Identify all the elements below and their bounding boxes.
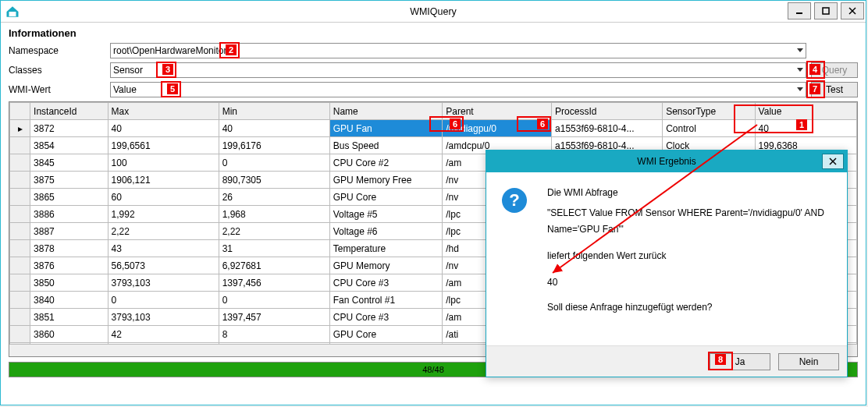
cell-name[interactable]: CPU Core #2 [329,154,443,172]
row-namespace: Namespace 2 [9,42,858,59]
cell-parent[interactable]: /nvidiagpu/0 [443,120,552,137]
cell-min[interactable]: 8 [219,326,329,343]
row-header[interactable] [10,223,30,240]
cell-min[interactable]: 199,6176 [219,137,329,154]
progress-label: 48/48 [422,363,444,377]
namespace-input[interactable] [110,43,806,58]
cell-instanceid[interactable]: 3887 [30,223,108,240]
cell-min[interactable]: 1397,456 [219,274,329,292]
cell-name[interactable]: Voltage #5 [329,206,443,223]
label-wmiwert: WMI-Wert [9,84,110,95]
cell-max[interactable]: 40 [108,120,219,137]
close-button[interactable] [841,2,864,19]
dialog-title: WMI Ergebnis [637,156,695,167]
dialog-question: Soll diese Anfrage hinzugefügt werden? [547,302,834,313]
titlebar: WMIQuery [1,1,866,23]
cell-name[interactable]: GPU Core [329,326,443,343]
cell-name[interactable]: CPU Core #3 [329,309,443,326]
cell-min[interactable]: 1397,457 [219,309,329,326]
cell-instanceid[interactable]: 3854 [30,137,108,154]
cell-name[interactable]: Temperature [329,240,443,257]
cell-name[interactable]: Fan Control #1 [329,292,443,309]
col-header[interactable]: SensorType [663,103,755,120]
row-header[interactable] [10,206,30,223]
cell-min[interactable]: 1,968 [219,206,329,223]
cell-min[interactable]: 0 [219,154,329,172]
table-row[interactable]: ▸38724040GPU Fan/nvidiagpu/0a1553f69-681… [10,120,857,137]
classes-input[interactable] [110,62,806,78]
row-header[interactable] [10,137,30,154]
cell-instanceid[interactable]: 3850 [30,274,108,292]
cell-max[interactable]: 60 [108,189,219,206]
col-header[interactable]: ProcessId [552,103,663,120]
col-header[interactable]: Max [108,103,219,120]
window-title: WMIQuery [1,6,866,17]
cell-instanceid[interactable]: 3876 [30,257,108,274]
cell-min[interactable]: 0 [219,292,329,309]
row-header[interactable] [10,274,30,292]
col-header[interactable]: Name [329,103,443,120]
cell-max[interactable]: 199,6561 [108,137,219,154]
cell-max[interactable]: 1,992 [108,206,219,223]
cell-instanceid[interactable]: 3860 [30,326,108,343]
row-header[interactable] [10,326,30,343]
col-header[interactable]: Parent [443,103,552,120]
cell-max[interactable]: 3793,103 [108,274,219,292]
yes-button[interactable]: Ja [710,353,770,370]
row-header[interactable] [10,292,30,309]
row-header[interactable] [10,154,30,172]
row-header[interactable] [10,189,30,206]
wmiwert-input[interactable] [110,82,806,97]
no-button[interactable]: Nein [778,353,839,370]
row-header[interactable] [10,240,30,257]
query-button[interactable]: Query [811,62,858,78]
col-header[interactable]: InstanceId [30,103,108,120]
cell-max[interactable]: 0 [108,292,219,309]
cell-instanceid[interactable]: 3845 [30,154,108,172]
cell-max[interactable]: 43 [108,240,219,257]
cell-min[interactable]: 26 [219,189,329,206]
cell-min[interactable]: 40 [219,120,329,137]
cell-max[interactable]: 2,22 [108,223,219,240]
cell-name[interactable]: GPU Core [329,189,443,206]
cell-name[interactable]: Bus Speed [329,137,443,154]
cell-min[interactable]: 2,22 [219,223,329,240]
cell-instanceid[interactable]: 3872 [30,120,108,137]
cell-name[interactable]: GPU Fan [329,120,443,137]
result-dialog: WMI Ergebnis ? Die WMI Abfrage "SELECT V… [486,150,848,377]
cell-instanceid[interactable]: 3875 [30,172,108,189]
cell-max[interactable]: 42 [108,326,219,343]
cell-name[interactable]: CPU Core #3 [329,274,443,292]
col-header[interactable]: Min [219,103,329,120]
row-header[interactable] [10,257,30,274]
cell-instanceid[interactable]: 3886 [30,206,108,223]
maximize-button[interactable] [814,2,838,19]
dialog-titlebar: WMI Ergebnis [486,150,847,172]
cell-min[interactable]: 890,7305 [219,172,329,189]
row-header[interactable] [10,309,30,326]
minimize-button[interactable] [788,2,811,19]
cell-max[interactable]: 3793,103 [108,309,219,326]
cell-max[interactable]: 100 [108,154,219,172]
cell-name[interactable]: Voltage #6 [329,223,443,240]
cell-sensortype[interactable]: Control [663,120,755,137]
cell-processid[interactable]: a1553f69-6810-4... [552,120,663,137]
cell-instanceid[interactable]: 3851 [30,309,108,326]
app-icon [5,5,20,19]
cell-min[interactable]: 31 [219,240,329,257]
cell-max[interactable]: 56,5073 [108,257,219,274]
cell-name[interactable]: GPU Memory Free [329,172,443,189]
test-button[interactable]: Test [811,82,858,97]
cell-value[interactable]: 40 [755,120,856,137]
cell-name[interactable]: GPU Memory [329,257,443,274]
cell-instanceid[interactable]: 3878 [30,240,108,257]
row-header[interactable]: ▸ [10,120,30,137]
col-header[interactable]: Value [755,103,856,120]
cell-instanceid[interactable]: 3840 [30,292,108,309]
row-header[interactable] [10,172,30,189]
cell-instanceid[interactable]: 3865 [30,189,108,206]
cell-min[interactable]: 6,927681 [219,257,329,274]
dialog-close-button[interactable] [822,154,844,169]
classes-field-wrap: 3 [110,62,806,78]
cell-max[interactable]: 1906,121 [108,172,219,189]
